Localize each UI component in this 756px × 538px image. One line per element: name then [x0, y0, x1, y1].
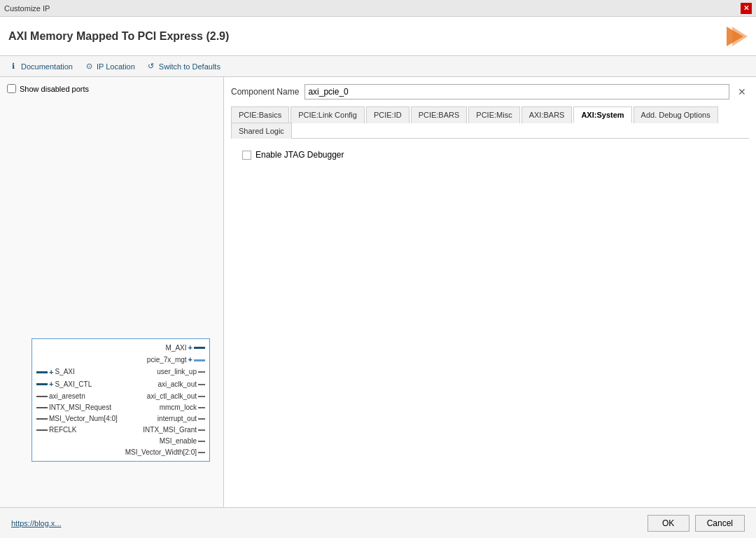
footer: https://blog.x... OK Cancel [0, 507, 756, 538]
ip-row-msi-vector-width: MSI_Vector_Width[2:0] [32, 447, 209, 458]
website-link[interactable]: https://blog.x... [11, 519, 62, 527]
enable-jtag-checkbox[interactable] [242, 151, 251, 160]
toolbar: ℹ Documentation ⊙ IP Location ↺ Switch t… [0, 56, 756, 77]
left-port-s-axi-ctl: + S_AXI_CTL [36, 379, 92, 389]
enable-jtag-row: Enable JTAG Debugger [242, 150, 738, 160]
ip-row-pcie-mgt: pcie_7x_mgt + [32, 354, 209, 366]
documentation-label: Documentation [21, 62, 73, 71]
ip-block-diagram: M_AXI + pcie_7x_mgt + + S_AXI [31, 338, 210, 462]
clear-component-name-button[interactable]: ✕ [735, 86, 749, 97]
tab-axi-bars[interactable]: AXI:BARS [522, 106, 573, 123]
left-port-intx-msi-req: INTX_MSI_Request [36, 403, 111, 413]
show-disabled-ports-label: Show disabled ports [20, 85, 89, 93]
title-bar: Customize IP ✕ [0, 0, 756, 17]
right-panel: Component Name ✕ PCIE:Basics PCIE:Link C… [224, 77, 756, 507]
right-port-msi-enable: MSI_enable [160, 436, 205, 446]
svg-marker-1 [732, 27, 748, 46]
ip-row-msi-enable: MSI_enable [32, 436, 209, 447]
tab-axi-system[interactable]: AXI:System [573, 106, 631, 123]
ip-location-label: IP Location [97, 62, 135, 71]
documentation-link[interactable]: ℹ Documentation [8, 62, 73, 71]
tab-shared-logic[interactable]: Shared Logic [231, 123, 292, 139]
info-icon: ℹ [8, 62, 18, 71]
tab-pcie-misc[interactable]: PCIE:Misc [468, 106, 519, 123]
show-disabled-ports-row: Show disabled ports [7, 84, 216, 93]
switch-to-defaults-label: Switch to Defaults [159, 62, 220, 71]
right-port-axi-aclk-out: axi_aclk_out [158, 380, 205, 389]
close-button[interactable]: ✕ [741, 3, 752, 14]
right-port-mmcm-lock: mmcm_lock [160, 403, 205, 413]
right-port-interrupt-out: interrupt_out [158, 414, 205, 424]
ip-row-axi-aresetn: axi_aresetn axi_ctl_aclk_out [32, 391, 209, 402]
left-port-s-axi: + S_AXI [36, 367, 75, 378]
tab-pcie-id[interactable]: PCIE:ID [366, 106, 410, 123]
tab-pcie-bars[interactable]: PCIE:BARS [411, 106, 468, 123]
switch-to-defaults-link[interactable]: ↺ Switch to Defaults [146, 62, 220, 71]
ip-row-refclk: REFCLK INTX_MSI_Grant [32, 425, 209, 436]
tabs-container: PCIE:Basics PCIE:Link Config PCIE:ID PCI… [231, 106, 749, 139]
tab-add-debug-options[interactable]: Add. Debug Options [634, 106, 718, 123]
left-panel: Show disabled ports M_AXI + pcie_7x_mgt … [0, 77, 224, 507]
left-port-refclk: REFCLK [36, 425, 76, 435]
page-title: AXI Memory Mapped To PCI Express (2.9) [8, 30, 229, 43]
refresh-icon: ↺ [146, 62, 156, 71]
component-name-input[interactable] [304, 84, 729, 99]
ip-location-link[interactable]: ⊙ IP Location [84, 62, 135, 71]
ip-row-msi-vector-num: MSI_Vector_Num[4:0] interrupt_out [32, 413, 209, 425]
tab-pcie-link-config[interactable]: PCIE:Link Config [290, 106, 365, 123]
right-port-intx-msi-grant: INTX_MSI_Grant [143, 425, 205, 435]
right-port-m-axi: M_AXI + [166, 343, 205, 353]
component-name-label: Component Name [231, 87, 299, 97]
ip-row-s-axi: + S_AXI user_link_up [32, 366, 209, 378]
right-port-msi-vector-width: MSI_Vector_Width[2:0] [125, 448, 205, 457]
left-port-axi-aresetn: axi_aresetn [36, 392, 85, 401]
right-port-user-link-up: user_link_up [157, 367, 205, 377]
tab-pcie-basics[interactable]: PCIE:Basics [231, 106, 289, 123]
ip-row-s-axi-ctl: + S_AXI_CTL axi_aclk_out [32, 378, 209, 390]
main-layout: Show disabled ports M_AXI + pcie_7x_mgt … [0, 77, 756, 507]
ip-row-m-axi: M_AXI + [32, 342, 209, 354]
ok-button[interactable]: OK [648, 515, 690, 532]
left-port-msi-vector-num: MSI_Vector_Num[4:0] [36, 414, 118, 424]
right-port-axi-ctl-aclk-out: axi_ctl_aclk_out [147, 392, 205, 401]
show-disabled-ports-checkbox[interactable] [7, 84, 16, 93]
cancel-button[interactable]: Cancel [695, 515, 745, 532]
component-name-row: Component Name ✕ [231, 84, 749, 99]
header: AXI Memory Mapped To PCI Express (2.9) [0, 17, 756, 56]
tab-content-axi-system: Enable JTAG Debugger [231, 139, 749, 419]
location-icon: ⊙ [84, 62, 94, 71]
ip-row-intx-msi-req: INTX_MSI_Request mmcm_lock [32, 402, 209, 413]
enable-jtag-label: Enable JTAG Debugger [255, 150, 344, 160]
title-bar-text: Customize IP [4, 4, 50, 13]
right-port-pcie-mgt: pcie_7x_mgt + [147, 354, 205, 365]
vivado-logo-icon [722, 24, 748, 49]
